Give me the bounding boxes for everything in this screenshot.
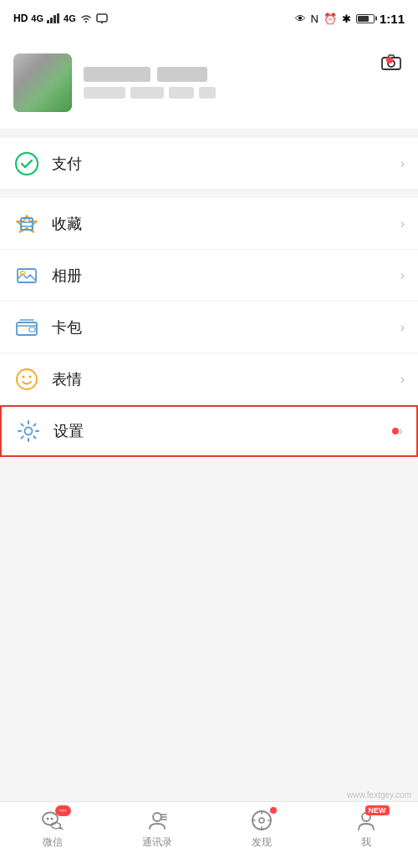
- bluetooth-icon: ✱: [342, 13, 351, 25]
- profile-id-block-4: [199, 87, 216, 99]
- profile-section: [0, 37, 418, 129]
- menu-item-emoji[interactable]: 表情 ›: [0, 353, 418, 405]
- avatar: [13, 53, 72, 112]
- profile-id-row: [84, 87, 405, 99]
- nav-item-discover[interactable]: 发现: [209, 809, 314, 850]
- wifi-icon: [79, 13, 93, 23]
- wallet-label: 卡包: [52, 317, 400, 338]
- svg-rect-2: [54, 15, 56, 23]
- profile-id-block-2: [130, 87, 164, 99]
- signal-icon: [47, 13, 60, 23]
- svg-point-30: [259, 818, 264, 823]
- svg-point-20: [29, 375, 32, 378]
- wechat-nav-icon: ···: [41, 809, 64, 832]
- network-4g-1: 4G: [31, 13, 43, 23]
- profile-name-block-2: [157, 67, 207, 82]
- bottom-nav: ··· 微信 通讯录 发现: [0, 801, 418, 868]
- status-right: 👁 N ⏰ ✱ 1:11: [295, 12, 405, 26]
- me-label: 我: [361, 835, 371, 850]
- contacts-nav-icon: [145, 809, 169, 832]
- section-divider-3: [0, 457, 418, 474]
- wechat-label: 微信: [43, 835, 63, 850]
- svg-point-24: [50, 818, 53, 820]
- nav-item-wechat[interactable]: ··· 微信: [0, 809, 104, 850]
- avatar-image: [13, 53, 72, 112]
- network-4g-2: 4G: [64, 13, 76, 23]
- me-nav-icon: NEW: [354, 809, 378, 832]
- svg-point-25: [153, 813, 161, 821]
- svg-point-18: [17, 369, 37, 389]
- menu-item-wallet[interactable]: 卡包 ›: [0, 302, 418, 353]
- time-display: 1:11: [380, 12, 405, 26]
- pay-arrow: ›: [400, 156, 405, 171]
- nav-item-me[interactable]: NEW 我: [314, 809, 418, 850]
- profile-id-block-3: [169, 87, 194, 99]
- profile-name-row: [84, 67, 405, 82]
- discover-nav-icon: [250, 809, 273, 832]
- wallet-icon: [13, 314, 40, 341]
- settings-label: 设置: [54, 421, 389, 441]
- svg-rect-5: [97, 14, 107, 22]
- settings-notification-dot: [392, 428, 399, 434]
- wallet-arrow: ›: [400, 320, 405, 335]
- carrier-label: HD: [13, 13, 28, 24]
- svg-rect-3: [57, 13, 59, 23]
- favorites-icon: [13, 211, 40, 237]
- status-left: HD 4G 4G: [13, 13, 108, 24]
- svg-point-15: [21, 271, 25, 275]
- section-divider-2: [0, 190, 418, 198]
- svg-rect-0: [47, 20, 49, 23]
- emoji-icon: [13, 366, 40, 393]
- album-arrow: ›: [400, 268, 405, 283]
- menu-item-pay[interactable]: 支付 ›: [0, 138, 418, 190]
- svg-point-23: [46, 818, 48, 820]
- battery-icon: [356, 14, 375, 23]
- svg-point-4: [85, 21, 87, 23]
- discover-notification-dot: [270, 807, 277, 814]
- message-icon: [96, 13, 108, 23]
- settings-arrow: ›: [399, 424, 403, 439]
- battery-fill: [358, 16, 369, 22]
- pay-icon: [13, 150, 40, 177]
- eye-icon: 👁: [295, 13, 306, 25]
- nav-item-contacts[interactable]: 通讯录: [104, 809, 209, 850]
- camera-notification-dot: [386, 57, 393, 63]
- profile-name-block-1: [84, 67, 150, 82]
- settings-icon: [15, 418, 42, 444]
- discover-label: 发现: [252, 835, 272, 850]
- watermark: www.fextgey.com: [347, 790, 411, 799]
- menu-section: 支付 › 收藏 › 相册 ›: [0, 138, 418, 457]
- profile-id-block-1: [84, 87, 125, 99]
- nfc-icon: N: [311, 13, 319, 25]
- menu-item-favorites[interactable]: 收藏 ›: [0, 198, 418, 250]
- contacts-label: 通讯录: [142, 835, 172, 850]
- pay-label: 支付: [52, 154, 400, 174]
- svg-rect-16: [17, 322, 37, 335]
- svg-rect-1: [50, 18, 53, 23]
- emoji-arrow: ›: [400, 372, 405, 387]
- svg-point-10: [16, 153, 38, 175]
- status-bar: HD 4G 4G 👁: [0, 0, 418, 37]
- svg-point-21: [25, 428, 33, 435]
- wechat-badge: ···: [55, 805, 70, 816]
- album-icon: [13, 262, 40, 289]
- menu-item-album[interactable]: 相册 ›: [0, 250, 418, 302]
- profile-info: [84, 67, 405, 99]
- camera-button[interactable]: [378, 50, 405, 74]
- favorites-label: 收藏: [52, 214, 400, 234]
- svg-rect-17: [29, 327, 35, 332]
- menu-item-settings[interactable]: 设置 ›: [0, 405, 418, 457]
- album-label: 相册: [52, 266, 400, 286]
- alarm-icon: ⏰: [324, 13, 337, 25]
- me-badge-new: NEW: [365, 805, 390, 815]
- favorites-arrow: ›: [400, 216, 405, 231]
- svg-point-19: [23, 375, 25, 378]
- emoji-label: 表情: [52, 369, 400, 389]
- section-divider-1: [0, 129, 418, 138]
